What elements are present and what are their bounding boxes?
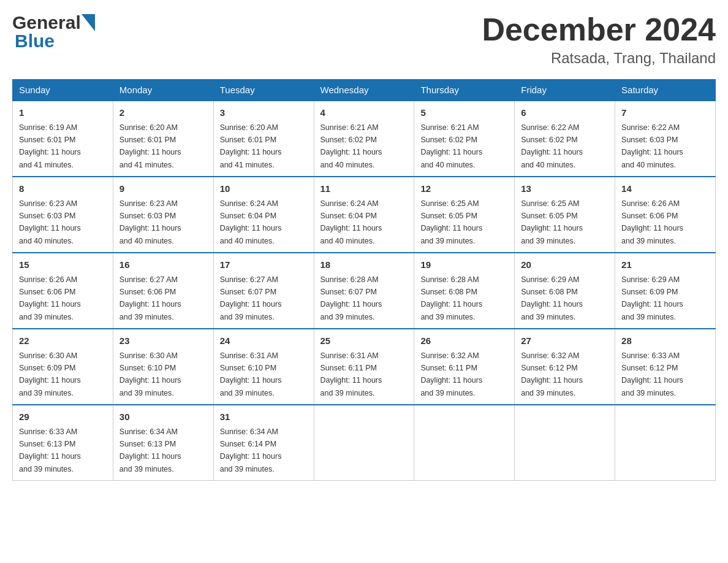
day-info: Sunrise: 6:30 AMSunset: 6:09 PMDaylight:… <box>19 351 81 397</box>
table-row: 2 Sunrise: 6:20 AMSunset: 6:01 PMDayligh… <box>113 101 213 177</box>
col-saturday: Saturday <box>615 80 716 101</box>
day-number: 26 <box>420 334 508 348</box>
logo-general-text: General <box>12 12 81 33</box>
table-row: 5 Sunrise: 6:21 AMSunset: 6:02 PMDayligh… <box>414 101 515 177</box>
table-row: 29 Sunrise: 6:33 AMSunset: 6:13 PMDaylig… <box>13 405 113 481</box>
day-number: 4 <box>320 106 408 120</box>
day-number: 15 <box>19 258 107 272</box>
day-info: Sunrise: 6:34 AMSunset: 6:14 PMDaylight:… <box>220 427 282 473</box>
table-row: 25 Sunrise: 6:31 AMSunset: 6:11 PMDaylig… <box>314 329 414 405</box>
table-row: 18 Sunrise: 6:28 AMSunset: 6:07 PMDaylig… <box>314 253 414 329</box>
day-info: Sunrise: 6:24 AMSunset: 6:04 PMDaylight:… <box>220 199 282 245</box>
day-number: 25 <box>320 334 408 348</box>
calendar-table: Sunday Monday Tuesday Wednesday Thursday… <box>12 79 716 481</box>
table-row: 27 Sunrise: 6:32 AMSunset: 6:12 PMDaylig… <box>515 329 615 405</box>
day-info: Sunrise: 6:30 AMSunset: 6:10 PMDaylight:… <box>119 351 181 397</box>
table-row: 6 Sunrise: 6:22 AMSunset: 6:02 PMDayligh… <box>515 101 615 177</box>
table-row <box>414 405 515 481</box>
col-wednesday: Wednesday <box>314 80 414 101</box>
day-number: 8 <box>19 182 107 196</box>
table-row: 22 Sunrise: 6:30 AMSunset: 6:09 PMDaylig… <box>13 329 113 405</box>
day-number: 16 <box>119 258 207 272</box>
table-row: 9 Sunrise: 6:23 AMSunset: 6:03 PMDayligh… <box>113 177 213 253</box>
day-number: 22 <box>19 334 107 348</box>
day-info: Sunrise: 6:20 AMSunset: 6:01 PMDaylight:… <box>220 123 282 169</box>
day-info: Sunrise: 6:21 AMSunset: 6:02 PMDaylight:… <box>320 123 382 169</box>
day-info: Sunrise: 6:26 AMSunset: 6:06 PMDaylight:… <box>621 199 683 245</box>
day-info: Sunrise: 6:21 AMSunset: 6:02 PMDaylight:… <box>420 123 482 169</box>
table-row: 10 Sunrise: 6:24 AMSunset: 6:04 PMDaylig… <box>213 177 314 253</box>
day-number: 14 <box>621 182 709 196</box>
day-info: Sunrise: 6:23 AMSunset: 6:03 PMDaylight:… <box>19 199 81 245</box>
day-number: 13 <box>521 182 609 196</box>
day-number: 19 <box>420 258 508 272</box>
day-info: Sunrise: 6:20 AMSunset: 6:01 PMDaylight:… <box>119 123 181 169</box>
table-row: 11 Sunrise: 6:24 AMSunset: 6:04 PMDaylig… <box>314 177 414 253</box>
table-row: 30 Sunrise: 6:34 AMSunset: 6:13 PMDaylig… <box>113 405 213 481</box>
month-title: December 2024 <box>482 12 716 47</box>
day-info: Sunrise: 6:29 AMSunset: 6:08 PMDaylight:… <box>521 275 583 321</box>
day-number: 9 <box>119 182 207 196</box>
table-row: 7 Sunrise: 6:22 AMSunset: 6:03 PMDayligh… <box>615 101 716 177</box>
day-number: 23 <box>119 334 207 348</box>
logo-blue-text: Blue <box>15 31 55 51</box>
svg-marker-0 <box>82 14 95 31</box>
table-row: 28 Sunrise: 6:33 AMSunset: 6:12 PMDaylig… <box>615 329 716 405</box>
day-info: Sunrise: 6:31 AMSunset: 6:10 PMDaylight:… <box>220 351 282 397</box>
day-number: 2 <box>119 106 207 120</box>
day-number: 17 <box>220 258 308 272</box>
logo-arrow-icon <box>82 14 95 31</box>
calendar-week-row: 8 Sunrise: 6:23 AMSunset: 6:03 PMDayligh… <box>13 177 716 253</box>
day-info: Sunrise: 6:22 AMSunset: 6:03 PMDaylight:… <box>621 123 683 169</box>
day-info: Sunrise: 6:34 AMSunset: 6:13 PMDaylight:… <box>119 427 181 473</box>
table-row: 1 Sunrise: 6:19 AMSunset: 6:01 PMDayligh… <box>13 101 113 177</box>
day-info: Sunrise: 6:32 AMSunset: 6:12 PMDaylight:… <box>521 351 583 397</box>
calendar-week-row: 1 Sunrise: 6:19 AMSunset: 6:01 PMDayligh… <box>13 101 716 177</box>
table-row: 13 Sunrise: 6:25 AMSunset: 6:05 PMDaylig… <box>515 177 615 253</box>
day-info: Sunrise: 6:19 AMSunset: 6:01 PMDaylight:… <box>19 123 81 169</box>
calendar-week-row: 29 Sunrise: 6:33 AMSunset: 6:13 PMDaylig… <box>13 405 716 481</box>
table-row: 19 Sunrise: 6:28 AMSunset: 6:08 PMDaylig… <box>414 253 515 329</box>
day-number: 31 <box>220 410 308 424</box>
table-row <box>615 405 716 481</box>
col-sunday: Sunday <box>13 80 113 101</box>
table-row: 20 Sunrise: 6:29 AMSunset: 6:08 PMDaylig… <box>515 253 615 329</box>
day-info: Sunrise: 6:22 AMSunset: 6:02 PMDaylight:… <box>521 123 583 169</box>
day-number: 5 <box>420 106 508 120</box>
table-row: 14 Sunrise: 6:26 AMSunset: 6:06 PMDaylig… <box>615 177 716 253</box>
table-row: 26 Sunrise: 6:32 AMSunset: 6:11 PMDaylig… <box>414 329 515 405</box>
day-number: 20 <box>521 258 609 272</box>
day-info: Sunrise: 6:24 AMSunset: 6:04 PMDaylight:… <box>320 199 382 245</box>
table-row <box>515 405 615 481</box>
table-row: 21 Sunrise: 6:29 AMSunset: 6:09 PMDaylig… <box>615 253 716 329</box>
title-block: December 2024 Ratsada, Trang, Thailand <box>482 12 716 67</box>
table-row: 24 Sunrise: 6:31 AMSunset: 6:10 PMDaylig… <box>213 329 314 405</box>
day-number: 18 <box>320 258 408 272</box>
logo: General Blue <box>12 12 96 52</box>
day-info: Sunrise: 6:25 AMSunset: 6:05 PMDaylight:… <box>521 199 583 245</box>
day-info: Sunrise: 6:28 AMSunset: 6:07 PMDaylight:… <box>320 275 382 321</box>
col-tuesday: Tuesday <box>213 80 314 101</box>
table-row <box>314 405 414 481</box>
calendar-week-row: 15 Sunrise: 6:26 AMSunset: 6:06 PMDaylig… <box>13 253 716 329</box>
day-info: Sunrise: 6:27 AMSunset: 6:07 PMDaylight:… <box>220 275 282 321</box>
table-row: 31 Sunrise: 6:34 AMSunset: 6:14 PMDaylig… <box>213 405 314 481</box>
table-row: 4 Sunrise: 6:21 AMSunset: 6:02 PMDayligh… <box>314 101 414 177</box>
day-number: 10 <box>220 182 308 196</box>
day-number: 3 <box>220 106 308 120</box>
table-row: 12 Sunrise: 6:25 AMSunset: 6:05 PMDaylig… <box>414 177 515 253</box>
table-row: 17 Sunrise: 6:27 AMSunset: 6:07 PMDaylig… <box>213 253 314 329</box>
day-info: Sunrise: 6:31 AMSunset: 6:11 PMDaylight:… <box>320 351 382 397</box>
table-row: 15 Sunrise: 6:26 AMSunset: 6:06 PMDaylig… <box>13 253 113 329</box>
day-info: Sunrise: 6:26 AMSunset: 6:06 PMDaylight:… <box>19 275 81 321</box>
table-row: 16 Sunrise: 6:27 AMSunset: 6:06 PMDaylig… <box>113 253 213 329</box>
day-number: 30 <box>119 410 207 424</box>
day-info: Sunrise: 6:28 AMSunset: 6:08 PMDaylight:… <box>420 275 482 321</box>
calendar-header-row: Sunday Monday Tuesday Wednesday Thursday… <box>13 80 716 101</box>
day-info: Sunrise: 6:29 AMSunset: 6:09 PMDaylight:… <box>621 275 683 321</box>
day-info: Sunrise: 6:33 AMSunset: 6:12 PMDaylight:… <box>621 351 683 397</box>
day-number: 6 <box>521 106 609 120</box>
day-number: 12 <box>420 182 508 196</box>
table-row: 8 Sunrise: 6:23 AMSunset: 6:03 PMDayligh… <box>13 177 113 253</box>
day-number: 7 <box>621 106 709 120</box>
